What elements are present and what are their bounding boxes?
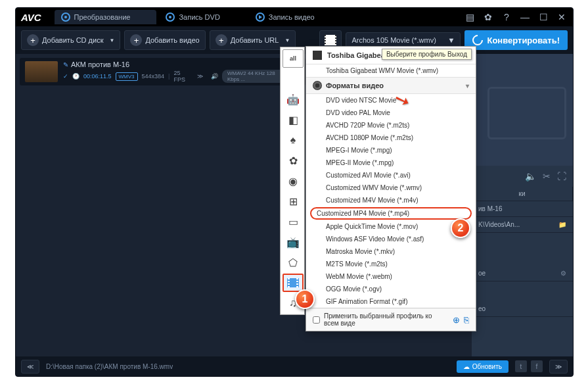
window-controls: ▤ ✿ ? — ☐ ✕ [464, 12, 568, 22]
logo: AVC [21, 12, 41, 23]
category-apple-icon[interactable] [283, 70, 304, 88]
scissors-icon[interactable]: ✂ [543, 171, 551, 182]
format-item[interactable]: DVD video NTSC Movie [306, 94, 476, 107]
audio-icon: 🔊 [211, 73, 218, 80]
category-tv-icon[interactable]: 📺 [283, 233, 304, 251]
apply-all-checkbox[interactable] [313, 316, 320, 324]
category-html5-icon[interactable]: ⬠ [283, 253, 304, 272]
file-item[interactable]: ✎АКМ против М-16 ✓ 🕐 00:06:11.5 WMV3 544… [20, 58, 305, 85]
format-item[interactable]: MPEG-I Movie (*.mpg) [306, 144, 476, 157]
output-path: D:\Новая папка (2)\АКМ против М-16.wmv [46, 363, 450, 370]
expand-icon[interactable]: ⛶ [557, 171, 566, 182]
panel-row: ео [472, 301, 573, 317]
player-controls: 🔈 ✂ ⛶ [472, 166, 573, 187]
format-item[interactable]: AVCHD 1080P Movie (*.m2ts) [306, 132, 476, 144]
film-icon [325, 35, 336, 45]
plus-icon: + [215, 34, 227, 46]
panel-row-path: K\Videos\An...📁 [472, 217, 573, 233]
audio-codec: WMAV2 44 KHz 128 Kbps ... [222, 70, 285, 83]
right-panel: 🔈 ✂ ⛶ ки ив М-16 K\Videos\An...📁 ое⚙ ео [471, 54, 573, 356]
tooltip: Выберите профиль Выход [382, 49, 472, 60]
category-huawei-icon[interactable]: ✿ [283, 151, 304, 170]
titlebar: AVC Преобразование Запись DVD Запись вид… [16, 8, 573, 26]
brand-icon [313, 51, 322, 60]
resolution: 544x384 [142, 73, 165, 80]
video-codec: WMV3 [116, 72, 138, 81]
format-item[interactable]: DVD video PAL Movie [306, 107, 476, 119]
clock-icon: 🕐 [72, 73, 79, 80]
category-samsung-icon[interactable]: ◧ [283, 110, 304, 129]
format-item[interactable]: Customized MP4 Movie (*.mp4) [310, 207, 472, 220]
file-name: АКМ против М-16 [71, 61, 129, 68]
collapse-button[interactable]: ≪ [21, 360, 39, 374]
checkbox-icon[interactable]: ✓ [63, 73, 68, 80]
statusbar: ≪ D:\Новая папка (2)\АКМ против М-16.wmv… [16, 356, 573, 376]
format-item[interactable]: Customized WMV Movie (*.wmv) [306, 182, 476, 194]
callout-2: 2 [451, 218, 470, 238]
panel-row: ое⚙ [472, 266, 573, 281]
category-windows-icon[interactable]: ⊞ [283, 192, 304, 210]
caret-icon: ▼ [110, 37, 115, 43]
maximize-icon[interactable]: ☐ [537, 12, 549, 22]
refresh-icon: ☁ [463, 363, 470, 370]
format-item[interactable]: M2TS Movie (*.m2ts) [306, 258, 476, 270]
preview-area [472, 54, 573, 166]
caret-icon: ▼ [284, 37, 290, 43]
film-placeholder-icon [487, 87, 566, 139]
format-item[interactable]: OGG Movie (*.ogv) [306, 283, 476, 295]
record-icon [256, 12, 265, 22]
tab-record[interactable]: Запись видео [249, 10, 341, 24]
format-item[interactable]: Customized M4V Movie (*.m4v) [306, 194, 476, 206]
category-lg-icon[interactable]: ◉ [283, 172, 304, 190]
format-item[interactable]: AVCHD 720P Movie (*.m2ts) [306, 119, 476, 132]
format-dropdown: all 🤖 ◧ ♠ ✿ ◉ ⊞ ▭ 📺 ⬠ ♫ Toshiba Gigabeat… [305, 46, 476, 331]
category-phone-icon[interactable]: ▭ [283, 212, 304, 231]
minimize-icon[interactable]: — [519, 12, 531, 22]
dropdown-section-header[interactable]: Форматы видео [306, 77, 476, 94]
callout-1: 1 [295, 289, 315, 309]
dropdown-footer: Применить выбранный профиль ко всем виде… [306, 308, 476, 331]
refresh-button[interactable]: ☁Обновить [457, 360, 509, 373]
format-item[interactable]: Customized AVI Movie (*.avi) [306, 169, 476, 182]
edit-icon[interactable]: ✎ [63, 61, 68, 68]
gear-icon[interactable]: ⚙ [560, 270, 566, 277]
close-icon[interactable]: ✕ [556, 12, 568, 22]
category-android-icon[interactable]: 🤖 [283, 90, 304, 109]
plus-icon: + [27, 34, 39, 46]
folder-icon[interactable]: 📁 [558, 221, 566, 228]
fps: 25 FPS [173, 70, 189, 83]
category-video-icon[interactable] [283, 274, 304, 292]
expand-button[interactable]: ≫ [549, 360, 568, 374]
panel-tab[interactable]: ки [472, 187, 573, 201]
dvd-icon [166, 12, 175, 22]
category-sony-icon[interactable]: ♠ [283, 131, 304, 149]
tab-burn-dvd[interactable]: Запись DVD [159, 10, 246, 24]
format-item[interactable]: Matroska Movie (*.mkv) [306, 245, 476, 258]
settings-icon[interactable]: ✿ [482, 12, 494, 22]
convert-button[interactable]: Конвертировать! [464, 30, 568, 50]
caret-icon: ▼ [448, 36, 455, 44]
facebook-icon[interactable]: f [531, 360, 543, 372]
add-video-button[interactable]: +Добавить видео [124, 30, 205, 50]
menu-icon[interactable]: ▤ [464, 12, 476, 22]
format-item[interactable]: MPEG-II Movie (*.mpg) [306, 157, 476, 169]
format-item[interactable]: Toshiba Gigabeat WMV Movie (*.wmv) [306, 64, 476, 77]
tab-convert[interactable]: Преобразование [55, 10, 157, 24]
panel-row: ив М-16 [472, 201, 573, 217]
help-icon[interactable]: ? [501, 12, 512, 22]
save-profile-icon[interactable]: ⊕ [453, 315, 460, 325]
volume-icon[interactable]: 🔈 [525, 171, 536, 182]
add-cd-button[interactable]: +Добавить CD диск▼ [21, 30, 120, 50]
more-icon[interactable]: ≫ [197, 73, 203, 80]
category-all[interactable]: all [283, 49, 304, 68]
copy-profile-icon[interactable]: ⎘ [464, 315, 469, 325]
format-item[interactable]: Windows ASF Video Movie (*.asf) [306, 233, 476, 245]
dropdown-header: Toshiba Gigabeat Выберите профиль Выход [306, 47, 476, 64]
format-item[interactable]: WebM Movie (*.webm) [306, 270, 476, 283]
plus-icon: + [130, 34, 142, 46]
twitter-icon[interactable]: t [515, 360, 527, 372]
format-item[interactable]: GIF Animation Format (*.gif) [306, 295, 476, 308]
duration: 00:06:11.5 [83, 73, 112, 80]
convert-icon [61, 12, 70, 22]
category-sidebar: all 🤖 ◧ ♠ ✿ ◉ ⊞ ▭ 📺 ⬠ ♫ [280, 47, 305, 315]
